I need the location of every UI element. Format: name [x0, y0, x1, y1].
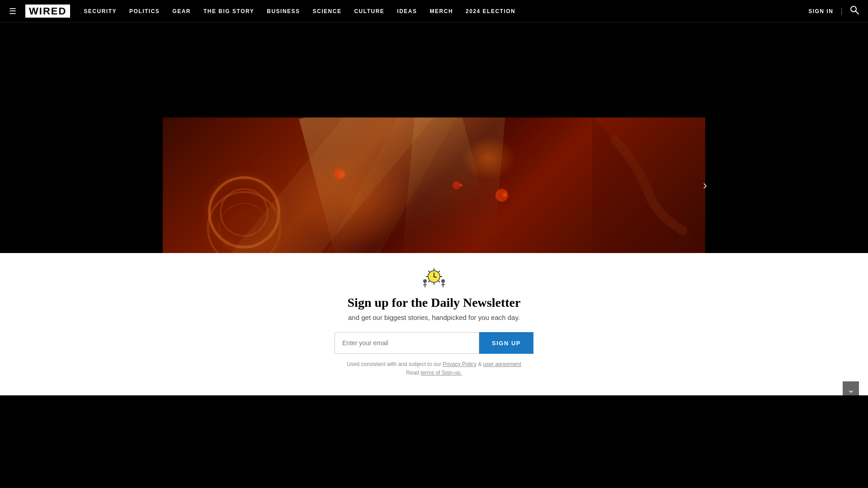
svg-point-5 [453, 181, 461, 189]
nav-culture[interactable]: CULTURE [354, 8, 384, 14]
nav-2024-election[interactable]: 2024 ELECTION [466, 8, 515, 14]
search-icon[interactable] [850, 5, 859, 17]
nav-business[interactable]: BUSINESS [267, 8, 300, 14]
svg-line-16 [439, 271, 440, 272]
sign-in-link[interactable]: SIGN IN [808, 8, 833, 14]
svg-line-1 [856, 11, 859, 14]
legal-read-prefix: Read [406, 370, 420, 376]
legal-prefix: Used consistent with and subject to our [347, 361, 443, 367]
svg-point-22 [423, 279, 427, 283]
nav-links: SECURITY POLITICS GEAR THE BIG STORY BUS… [84, 8, 808, 14]
svg-point-6 [495, 189, 508, 202]
newsletter-title: Sign up for the Daily Newsletter [348, 296, 521, 310]
svg-line-15 [439, 281, 440, 282]
svg-point-25 [441, 279, 445, 283]
terms-link[interactable]: terms of Sign-up. [420, 370, 462, 376]
nav-ideas[interactable]: IDEAS [397, 8, 417, 14]
svg-point-0 [851, 6, 856, 12]
svg-point-21 [434, 276, 435, 277]
legal-and: & [476, 361, 483, 367]
nav-science[interactable]: SCIENCE [313, 8, 342, 14]
svg-line-14 [428, 271, 429, 272]
nav-security[interactable]: SECURITY [84, 8, 117, 14]
page-content: › [0, 0, 868, 395]
newsletter-icon [420, 267, 448, 290]
nav-merch[interactable]: MERCH [430, 8, 453, 14]
hamburger-icon[interactable]: ☰ [9, 6, 16, 16]
email-input[interactable] [335, 332, 479, 354]
site-logo[interactable]: WIRED [25, 5, 70, 17]
newsletter-form: SIGN UP [335, 332, 533, 354]
nav-gear[interactable]: GEAR [172, 8, 191, 14]
nav-divider: | [840, 6, 843, 16]
newsletter-legal: Used consistent with and subject to our … [347, 360, 521, 377]
black-space [0, 23, 868, 117]
close-button[interactable]: › [703, 178, 707, 192]
newsletter-subtitle: and get our biggest stories, handpicked … [348, 314, 520, 321]
main-nav: ☰ WIRED SECURITY POLITICS GEAR THE BIG S… [0, 0, 868, 23]
svg-point-4 [334, 169, 344, 179]
nav-politics[interactable]: POLITICS [129, 8, 160, 14]
signup-button[interactable]: SIGN UP [479, 332, 533, 354]
collapse-chevron[interactable]: ⌄ [843, 381, 859, 398]
nav-right: SIGN IN | [808, 5, 859, 17]
newsletter-section: Sign up for the Daily Newsletter and get… [0, 253, 868, 395]
hero-illustration [163, 117, 705, 253]
hero-image [163, 117, 705, 253]
svg-line-17 [428, 281, 429, 282]
user-agreement-link[interactable]: user agreement [483, 361, 521, 367]
privacy-policy-link[interactable]: Privacy Policy [443, 361, 476, 367]
nav-the-big-story[interactable]: THE BIG STORY [203, 8, 254, 14]
